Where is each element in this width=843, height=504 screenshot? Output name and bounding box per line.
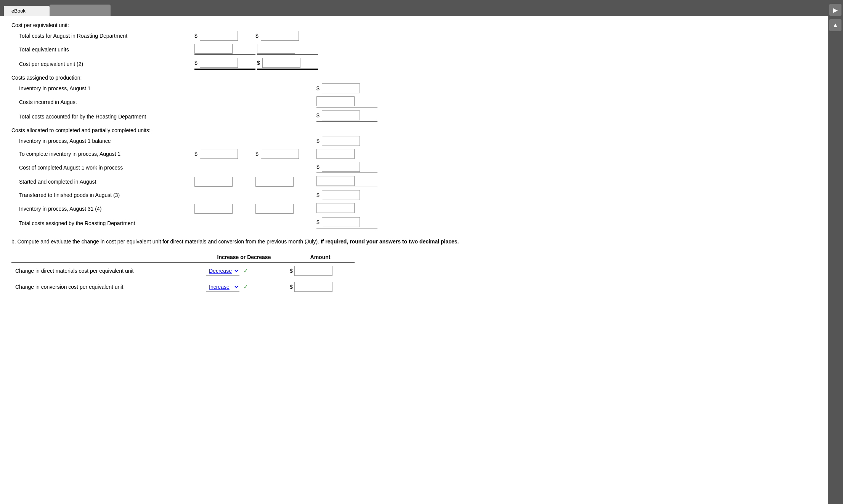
input-started-completed-col1[interactable] [194, 177, 233, 187]
row-costs-incurred-aug: Costs incurred in August [11, 95, 816, 109]
label-cost-per-equiv-unit: Cost per equivalent unit (2) [11, 61, 194, 67]
part-b-text-bold: If required, round your answers to two d… [321, 238, 459, 245]
input-to-complete-col2[interactable] [261, 149, 299, 159]
costs-assigned-header: Costs assigned to production: [11, 75, 816, 81]
col3-inv-aug31 [316, 203, 377, 214]
cell-amount-direct-materials: $ [286, 263, 355, 279]
main-content: Cost per equivalent unit: Total costs fo… [0, 16, 828, 306]
input-transferred-col3[interactable] [322, 190, 360, 200]
label-to-complete-inv: To complete inventory in process, August… [11, 151, 194, 157]
row-total-equiv-units: Total equivalent units [11, 43, 816, 56]
cell-dropdown-direct-materials: Decrease Increase ✓ [202, 263, 286, 279]
col3-total-costs-accounted: $ [316, 110, 377, 122]
col1-total-costs-aug: $ [194, 31, 255, 41]
dropdown-conversion[interactable]: Decrease Increase [206, 283, 239, 291]
col3-costs-incurred [316, 96, 377, 107]
dollar11: $ [316, 192, 320, 198]
row-transferred-finished: Transferred to finished goods in August … [11, 189, 816, 201]
dollar13: $ [290, 268, 293, 274]
input-total-costs-accounted-col3[interactable] [322, 110, 360, 120]
col3-inv-aug1: $ [316, 83, 377, 93]
dollar6: $ [316, 112, 320, 118]
input-inv-aug1-balance-col3[interactable] [322, 136, 360, 146]
label-total-costs-accounted: Total costs accounted for by the Roastin… [11, 114, 194, 120]
dollar14: $ [290, 284, 293, 290]
label-total-costs-assigned: Total costs assigned by the Roasting Dep… [11, 220, 194, 226]
col3-cost-completed-aug1: $ [316, 162, 377, 173]
label-total-costs-aug: Total costs for August in Roasting Depar… [11, 33, 194, 39]
table-row-conversion: Change in conversion cost per equivalent… [11, 279, 355, 295]
col2-to-complete-inv: $ [255, 149, 316, 159]
label-inv-process-aug31: Inventory in process, August 31 (4) [11, 206, 194, 212]
col3-transferred-finished: $ [316, 190, 377, 200]
col1-started-completed [194, 177, 255, 187]
input-inv-aug1-col3[interactable] [322, 83, 360, 93]
right-btn-1[interactable]: ▶ [829, 4, 841, 16]
tab2[interactable] [50, 5, 111, 16]
col1-total-equiv-units [194, 44, 255, 55]
input-inv-aug31-col3[interactable] [316, 203, 355, 213]
row-inv-process-aug31: Inventory in process, August 31 (4) [11, 202, 816, 215]
dropdown-direct-materials[interactable]: Decrease Increase [206, 267, 239, 275]
input-costs-incurred-col3[interactable] [316, 96, 355, 106]
dollar12: $ [316, 219, 320, 225]
col2-total-equiv-units [257, 44, 318, 55]
label-started-completed-aug: Started and completed in August [11, 179, 194, 185]
input-amount-conversion[interactable] [294, 282, 332, 292]
label-change-direct-materials: Change in direct materials cost per equi… [11, 263, 202, 279]
input-equiv-units-col1[interactable] [194, 44, 233, 54]
input-total-costs-assigned-col3[interactable] [322, 217, 360, 227]
row-cost-completed-aug1: Cost of completed August 1 work in proce… [11, 161, 816, 174]
col2-started-completed [255, 177, 316, 187]
row-inv-aug1-balance: Inventory in process, August 1 balance $ [11, 135, 816, 147]
table-row-direct-materials: Change in direct materials cost per equi… [11, 263, 355, 279]
input-inv-aug31-col2[interactable] [255, 204, 294, 214]
col3-total-costs-assigned: $ [316, 217, 377, 229]
top-bar: eBook [0, 0, 843, 16]
part-b-text-plain: b. Compute and evaluate the change in co… [11, 238, 319, 245]
dollar4: $ [257, 60, 260, 66]
ebook-tab[interactable]: eBook [4, 6, 50, 16]
row-total-costs-assigned: Total costs assigned by the Roasting Dep… [11, 216, 816, 230]
col1-inv-aug31 [194, 204, 255, 214]
label-total-equiv-units: Total equivalent units [11, 46, 194, 53]
input-amount-direct-materials[interactable] [294, 266, 332, 276]
col-header-inc-dec: Increase or Decrease [202, 252, 286, 263]
input-to-complete-col1[interactable] [200, 149, 238, 159]
col1-cost-per-equiv: $ [194, 58, 255, 70]
input-cost-per-equiv-col1[interactable] [200, 58, 238, 68]
col3-inv-aug1-balance: $ [316, 136, 377, 146]
input-total-costs-aug-col2[interactable] [261, 31, 299, 41]
dollar1: $ [194, 33, 198, 39]
label-change-conversion: Change in conversion cost per equivalent… [11, 279, 202, 295]
input-started-completed-col2[interactable] [255, 177, 294, 187]
col3-started-completed [316, 176, 377, 187]
row-started-completed-aug: Started and completed in August [11, 175, 816, 188]
col-header-label [11, 252, 202, 263]
check-conversion: ✓ [243, 283, 248, 290]
label-inv-process-aug1: Inventory in process, August 1 [11, 85, 194, 91]
check-direct-materials: ✓ [243, 267, 248, 274]
input-inv-aug31-col1[interactable] [194, 204, 233, 214]
dollar3: $ [194, 60, 198, 66]
col3-to-complete-inv [316, 149, 377, 159]
table-b: Increase or Decrease Amount Change in di… [11, 252, 355, 295]
row-total-costs-aug: Total costs for August in Roasting Depar… [11, 30, 816, 42]
col2-cost-per-equiv: $ [257, 58, 318, 70]
input-total-costs-aug-col1[interactable] [200, 31, 238, 41]
table-b-header-row: Increase or Decrease Amount [11, 252, 355, 263]
dollar8: $ [194, 151, 198, 157]
input-equiv-units-col2[interactable] [257, 44, 295, 54]
amount-group-conversion: $ [290, 282, 351, 292]
col-header-amount: Amount [286, 252, 355, 263]
dollar5: $ [316, 85, 320, 91]
cost-per-equiv-unit-header: Cost per equivalent unit: [11, 22, 816, 28]
right-btn-2[interactable]: ▲ [829, 19, 841, 31]
input-cost-completed-aug1-col3[interactable] [322, 162, 360, 172]
input-to-complete-col3[interactable] [316, 149, 355, 159]
cell-amount-conversion: $ [286, 279, 355, 295]
part-b-text: b. Compute and evaluate the change in co… [11, 238, 507, 246]
input-cost-per-equiv-col2[interactable] [262, 58, 300, 68]
input-started-completed-col3[interactable] [316, 176, 355, 186]
dollar10: $ [316, 164, 320, 170]
